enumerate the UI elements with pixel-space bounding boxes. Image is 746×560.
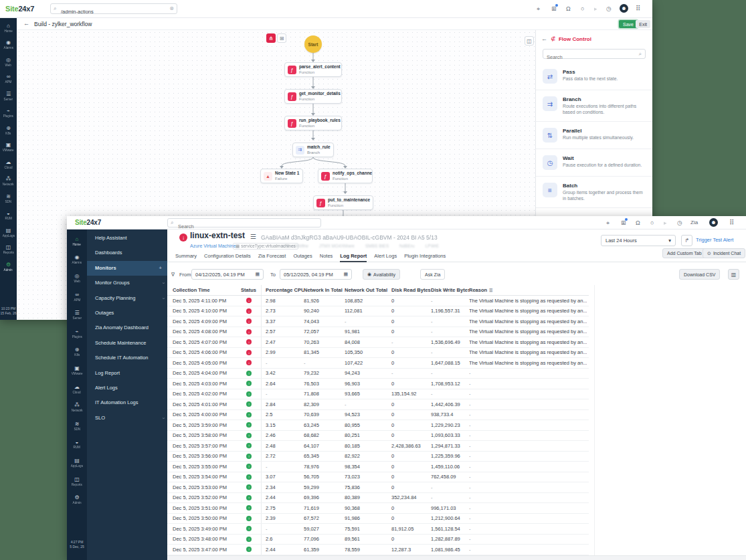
calendar-icon[interactable]: ▦ [343, 272, 348, 277]
topbar-status-icon[interactable]: ○ [650, 219, 654, 227]
topbar-location-icon[interactable]: ⌖ [606, 219, 610, 227]
sidebar-item-admin[interactable]: ⚙Admin [0, 258, 17, 276]
table-row[interactable]: Dec 5, 2025 4:11:00 PM↓2.9881,926108,852… [167, 296, 589, 306]
table-row[interactable]: Dec 5, 2025 3:58:00 PM↑2.4668,68280,2510… [167, 431, 589, 442]
global-search-box[interactable]: ⌕ [167, 218, 321, 227]
menu-item-schedule-maintenance[interactable]: Schedule Maintenance [87, 336, 167, 351]
save-button[interactable]: Save [619, 20, 638, 28]
flow-search-input[interactable] [543, 53, 645, 62]
table-row[interactable]: Dec 5, 2025 4:03:00 PM↑2.6476,50396,9030… [167, 379, 589, 389]
calendar-icon[interactable]: ▦ [255, 272, 260, 277]
topbar-notifications-icon[interactable]: Ω [566, 5, 571, 13]
to-date-input[interactable]: 05/12/2025, 04:19 PM▦ [280, 269, 352, 280]
sidebar-item-rum[interactable]: ◒RUM [67, 436, 87, 454]
topbar-recent-icon[interactable]: ◷ [677, 219, 682, 227]
sidebar-item-apm[interactable]: ∞APM [0, 71, 17, 88]
monitor-menu-icon[interactable]: ☰ [250, 233, 256, 240]
collapse-panel-button[interactable]: ◫ [525, 36, 534, 45]
command-search-input[interactable] [51, 7, 177, 17]
table-row[interactable]: Dec 5, 2025 3:51:00 PM↑2.7571,61990,3680… [167, 503, 589, 514]
topbar-apps-icon[interactable]: ⊞ [621, 219, 626, 227]
table-row[interactable]: Dec 5, 2025 4:08:00 PM↓2.5772,05791,9810… [167, 327, 589, 338]
table-row[interactable]: Dec 5, 2025 4:02:00 PM↑-71,80893,665135,… [167, 389, 589, 400]
table-row[interactable]: Dec 5, 2025 4:07:00 PM↓2.4770,26384,008-… [167, 337, 589, 348]
sidebar-item-server[interactable]: ☰Server [0, 88, 17, 105]
ask-zia-button[interactable]: Ask Zia [420, 269, 445, 280]
flow-item-parallel[interactable]: ⇅ParallelRun multiple states simultaneou… [536, 122, 652, 149]
table-row[interactable]: Dec 5, 2025 3:48:00 PM↑2.677,09689,56101… [167, 535, 589, 545]
table-row[interactable]: Dec 5, 2025 3:49:00 PM↑-59,02775,59181,9… [167, 524, 589, 535]
tab-alert-logs[interactable]: Alert Logs [374, 250, 397, 262]
tab-outages[interactable]: Outages [293, 250, 312, 262]
monitor-type-link[interactable]: Azure Virtual Machine [190, 244, 236, 248]
clear-icon[interactable]: ⊗ [169, 5, 174, 11]
menu-item-monitor-groups[interactable]: Monitor Groups› [87, 276, 167, 290]
command-search-box[interactable]: ⌕ ⊗ [50, 3, 177, 14]
app-launcher-icon[interactable]: ⠿ [636, 5, 641, 12]
sidebar-item-apm[interactable]: ∞APM [67, 288, 87, 306]
menu-item-outages[interactable]: Outages [87, 306, 167, 320]
start-node[interactable]: Start [304, 35, 322, 53]
table-row[interactable]: Dec 5, 2025 3:52:00 PM↑2.4469,39680,3893… [167, 493, 589, 504]
sidebar-item-network[interactable]: ⁂Network [0, 173, 17, 191]
sidebar-item-plugins[interactable]: ⌁Plugins [67, 324, 87, 343]
sidebar-item-server[interactable]: ☰Server [67, 306, 87, 324]
node-notify-ops-channel[interactable]: ƒnotify_ops_channelFunction [318, 169, 373, 183]
sidebar-item-reports[interactable]: ◫Reports [0, 242, 17, 259]
sidebar-item-vmware[interactable]: ▣VMware [0, 139, 17, 157]
table-row[interactable]: Dec 5, 2025 3:54:00 PM↑3.0756,70573,0230… [167, 472, 589, 483]
sidebar-item-network[interactable]: ⁂Network [67, 398, 87, 417]
sidebar-item-cloud[interactable]: ☁Cloud [67, 380, 87, 399]
sidebar-item-k8s[interactable]: ⊕K8s [0, 122, 17, 139]
topbar-notifications-icon[interactable]: Ω [636, 219, 640, 227]
menu-item-monitors[interactable]: Monitors+ [87, 261, 167, 276]
sidebar-item-rum[interactable]: ◒RUM [0, 207, 17, 225]
sidebar-item-sdn[interactable]: ≋SDN [67, 417, 87, 436]
menu-item-it-automation-logs[interactable]: IT Automation Logs [87, 395, 167, 410]
sidebar-item-home[interactable]: ⌂Home [67, 232, 87, 251]
table-row[interactable]: Dec 5, 2025 4:00:00 PM↑2.570,63994,52309… [167, 410, 589, 421]
node-parse-alert-content[interactable]: ƒparse_alert_contentFunction [284, 62, 342, 77]
sidebar-item-alarms[interactable]: ◉Alarms [0, 37, 17, 54]
tab-log-report[interactable]: Log Report [340, 250, 367, 262]
menu-item-dashboards[interactable]: Dashboards [87, 246, 167, 260]
from-date-input[interactable]: 04/12/2025, 04:19 PM▦ [191, 269, 264, 280]
sidebar-item-admin[interactable]: ⚙Admin [67, 490, 87, 509]
sidebar-item-web[interactable]: ◎Web [0, 54, 17, 71]
panel-back-icon[interactable]: ← [541, 35, 547, 42]
back-arrow-icon[interactable]: ← [23, 20, 29, 27]
add-monitor-button[interactable]: + [159, 261, 162, 276]
table-row[interactable]: Dec 5, 2025 3:53:00 PM↑2.3459,29975,8360… [167, 482, 589, 493]
sidebar-item-cloud[interactable]: ☁Cloud [0, 156, 17, 173]
sidebar-item-sdn[interactable]: ≋SDN [0, 190, 17, 207]
sidebar-item-plugins[interactable]: ⌁Plugins [0, 105, 17, 122]
table-row[interactable]: Dec 5, 2025 4:06:00 PM↓2.9981,345105,350… [167, 348, 589, 359]
site24x7-logo[interactable]: Site24x7 [75, 219, 101, 226]
table-row[interactable]: Dec 5, 2025 4:01:00 PM↑2.8482,309-01,442… [167, 399, 589, 410]
sidebar-item-alarms[interactable]: ◉Alarms [67, 251, 87, 270]
sidebar-item-applogs[interactable]: ▤AppLogs [67, 454, 87, 472]
download-csv-button[interactable]: Download CSV [679, 269, 720, 280]
flow-search-box[interactable]: ⌕ [543, 49, 646, 59]
table-row[interactable]: Dec 5, 2025 4:04:00 PM↑3.4279,23294,243-… [167, 369, 589, 379]
topbar-status-icon[interactable]: ○ [581, 5, 584, 13]
tab-notes[interactable]: Notes [320, 250, 333, 262]
tab-plugin-integrations[interactable]: Plugin Integrations [404, 250, 446, 262]
node-match-rule[interactable]: ⇉match_ruleBranch [292, 143, 334, 157]
test-alert-icon-button[interactable]: ↱ [681, 235, 692, 246]
filter-icon[interactable]: ∇ [171, 272, 175, 278]
topbar-apps-icon[interactable]: ⊞ [551, 5, 557, 13]
sidebar-item-home[interactable]: ⌂Home [0, 19, 17, 37]
node-put-to-maintenance[interactable]: ƒput_to_maintenanceFunction [313, 195, 373, 210]
column-chooser-button[interactable]: ▥ [728, 269, 739, 280]
menu-item-capacity-planning[interactable]: Capacity Planning› [87, 291, 167, 306]
table-row[interactable]: Dec 5, 2025 3:59:00 PM↑3.1563,24580,9550… [167, 420, 589, 431]
table-row[interactable]: Dec 5, 2025 4:10:00 PM↓2.7390,240112,081… [167, 306, 589, 317]
table-row[interactable]: Dec 5, 2025 3:55:00 PM↑-78,97698,35401,4… [167, 462, 589, 472]
table-row[interactable]: Dec 5, 2025 3:47:00 PM↑2.4461,35978,5591… [167, 545, 589, 555]
sidebar-item-vmware[interactable]: ▣VMware [67, 361, 87, 380]
availability-button[interactable]: ◉Availability [363, 269, 400, 280]
node-new-state-1[interactable]: ▲New State 1Failure [260, 169, 303, 183]
menu-item-schedule-it-automation[interactable]: Schedule IT Automation [87, 351, 167, 365]
workflow-tool-button[interactable]: ⋔ [266, 33, 276, 43]
